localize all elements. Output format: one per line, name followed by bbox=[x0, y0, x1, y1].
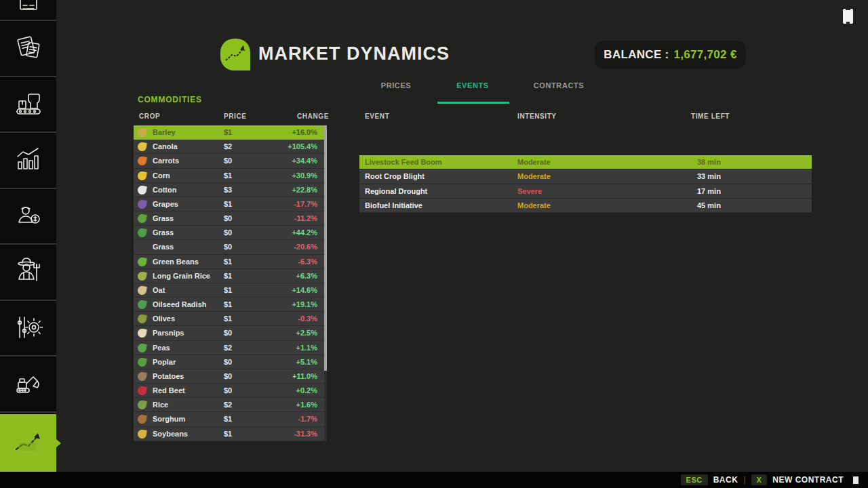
crop-price: $0 bbox=[224, 228, 232, 237]
event-row[interactable]: Root Crop BlightModerate33 min bbox=[359, 169, 812, 184]
crop-price: $1 bbox=[224, 171, 232, 180]
statistics-icon bbox=[14, 144, 43, 177]
crop-name: Carrots bbox=[153, 157, 179, 165]
crop-name: Soybeans bbox=[153, 430, 188, 438]
commodity-row[interactable]: Grass$0-11.2% bbox=[134, 211, 324, 226]
crop-name: Poplar bbox=[153, 358, 176, 366]
crop-change: -31.3% bbox=[294, 430, 317, 438]
commodity-row[interactable]: Poplar$0+5.1% bbox=[134, 355, 324, 369]
sidebar-item-market-dynamics[interactable] bbox=[0, 414, 56, 472]
sidebar-item-settings[interactable] bbox=[0, 302, 56, 357]
time-left-column-header: TIME LEFT bbox=[691, 113, 730, 120]
sidebar-item-production[interactable] bbox=[0, 79, 56, 134]
crop-name: Oilseed Radish bbox=[153, 300, 206, 308]
commodity-row[interactable]: Cotton$3+22.8% bbox=[134, 183, 324, 197]
commodity-row[interactable]: Rice$2+1.6% bbox=[134, 398, 324, 412]
crop-price: $3 bbox=[224, 186, 232, 194]
crop-price: $0 bbox=[224, 372, 232, 380]
crop-change: -1.7% bbox=[298, 415, 317, 423]
event-row[interactable]: Regional DroughtSevere17 min bbox=[359, 184, 812, 199]
phone-icon bbox=[843, 9, 853, 24]
crop-name: Peas bbox=[153, 344, 170, 352]
commodity-row[interactable]: Carrots$0+34.4% bbox=[134, 154, 324, 168]
sidebar-item-construction[interactable] bbox=[0, 358, 56, 413]
commodity-row[interactable]: Red Beet$0+0.2% bbox=[134, 384, 324, 398]
cursor-icon bbox=[853, 476, 859, 484]
change-column-header: CHANGE bbox=[297, 113, 329, 120]
balance-value: 1,677,702 € bbox=[674, 48, 737, 62]
event-row[interactable]: Livestock Feed BoomModerate38 min bbox=[359, 155, 812, 169]
crop-change: +22.8% bbox=[292, 186, 317, 194]
trend-line-icon bbox=[224, 43, 247, 65]
active-tab-underline bbox=[437, 102, 509, 104]
farmer-icon bbox=[12, 255, 45, 290]
crop-price: $0 bbox=[224, 157, 232, 165]
commodity-row[interactable]: Canola$2+105.4% bbox=[134, 140, 324, 154]
crop-name: Green Beans bbox=[153, 258, 199, 266]
intensity-column-header: INTENSITY bbox=[517, 113, 557, 120]
crop-change: -6.3% bbox=[298, 258, 317, 266]
commodity-row[interactable]: Grass$0+44.2% bbox=[134, 226, 324, 240]
commodity-row[interactable]: Long Grain Rice$1+6.3% bbox=[134, 269, 324, 283]
crop-name: Olives bbox=[153, 314, 175, 323]
soybeans-icon bbox=[137, 429, 147, 439]
sidebar-item-farmer[interactable] bbox=[0, 246, 56, 301]
cotton-icon bbox=[137, 185, 147, 195]
crop-name: Grass bbox=[153, 243, 174, 251]
commodity-row[interactable]: Oat$1+14.6% bbox=[134, 283, 324, 298]
green-beans-icon bbox=[137, 257, 147, 267]
commodity-row[interactable]: Sorghum$1-1.7% bbox=[134, 412, 324, 426]
red-beet-icon bbox=[137, 386, 147, 396]
commodity-row[interactable]: Corn$1+30.9% bbox=[134, 169, 324, 183]
event-intensity: Moderate bbox=[517, 201, 551, 209]
sidebar-item-documents[interactable] bbox=[0, 22, 56, 77]
crop-name: Rice bbox=[153, 401, 168, 409]
crop-name: Oat bbox=[153, 286, 165, 294]
back-button[interactable]: ESC BACK bbox=[681, 474, 738, 485]
tab-prices[interactable]: PRICES bbox=[381, 81, 412, 89]
sidebar-item-partial-top[interactable] bbox=[0, 0, 56, 21]
crop-price: $1 bbox=[224, 128, 232, 136]
tab-events[interactable]: EVENTS bbox=[456, 81, 489, 89]
crop-price: $0 bbox=[224, 214, 232, 222]
commodity-row[interactable]: Grass$0-20.6% bbox=[134, 240, 324, 254]
crop-name: Barley bbox=[153, 128, 176, 136]
new-contract-button[interactable]: X NEW CONTRACT bbox=[751, 474, 844, 485]
crop-change: -20.6% bbox=[294, 243, 317, 251]
sidebar-item-statistics[interactable] bbox=[0, 134, 56, 189]
crop-name: Long Grain Rice bbox=[153, 272, 210, 280]
commodity-row[interactable]: Parsnips$0+2.5% bbox=[134, 326, 324, 340]
event-name: Biofuel Initiative bbox=[365, 201, 422, 209]
event-intensity: Moderate bbox=[517, 158, 551, 166]
commodity-row[interactable]: Oilseed Radish$1+19.1% bbox=[134, 298, 324, 312]
production-icon bbox=[14, 89, 43, 121]
bottom-bar: ESC BACK | X NEW CONTRACT bbox=[0, 472, 868, 488]
commodity-row[interactable]: Potatoes$0+11.0% bbox=[134, 369, 324, 384]
commodity-scrollbar-thumb[interactable] bbox=[324, 125, 327, 371]
potatoes-icon bbox=[137, 371, 147, 382]
crop-change: +6.3% bbox=[296, 272, 318, 280]
back-label: BACK bbox=[713, 475, 738, 485]
commodity-row[interactable]: Peas$2+1.1% bbox=[134, 341, 324, 355]
commodity-row[interactable]: Grapes$1-17.7% bbox=[134, 197, 324, 211]
commodity-row[interactable]: Soybeans$1-31.3% bbox=[134, 427, 324, 441]
commodity-row[interactable]: Barley$1+16.0% bbox=[134, 125, 324, 140]
hint-separator: | bbox=[743, 475, 745, 485]
crop-name: Cotton bbox=[153, 186, 176, 194]
sidebar-item-finances[interactable] bbox=[0, 190, 56, 245]
event-time-left: 45 min bbox=[697, 201, 721, 209]
crop-price: $1 bbox=[224, 200, 232, 208]
crop-price: $2 bbox=[224, 142, 232, 150]
commodity-row[interactable]: Green Beans$1-6.3% bbox=[134, 255, 324, 269]
crop-price: $1 bbox=[224, 258, 232, 266]
barley-icon bbox=[137, 127, 147, 138]
event-row[interactable]: Biofuel InitiativeModerate45 min bbox=[359, 199, 812, 213]
tab-contracts[interactable]: CONTRACTS bbox=[534, 81, 584, 89]
commodity-row[interactable]: Olives$1-0.3% bbox=[134, 312, 324, 326]
crop-name: Grass bbox=[153, 228, 174, 237]
crop-price: $1 bbox=[224, 314, 232, 323]
crop-change: -0.3% bbox=[298, 314, 317, 323]
crop-change: +14.6% bbox=[292, 286, 317, 294]
grapes-icon bbox=[137, 199, 147, 209]
crop-price: $0 bbox=[224, 386, 232, 394]
